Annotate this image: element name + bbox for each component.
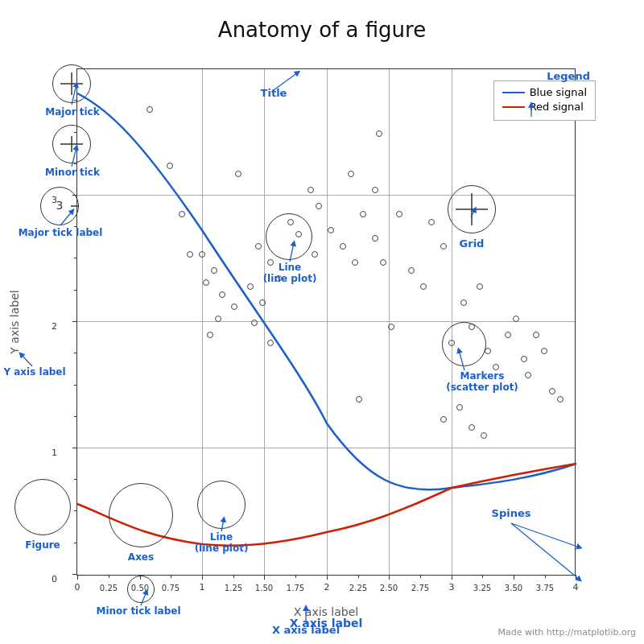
- scatter-dot: [219, 291, 225, 298]
- scatter-dot: [340, 243, 346, 250]
- tick-label-y-1: 1: [52, 448, 57, 458]
- plot-title: Anatomy of a figure: [0, 18, 644, 42]
- scatter-dot: [352, 259, 358, 266]
- made-with-label: Made with http://matplotlib.org: [498, 627, 637, 638]
- scatter-dot: [207, 332, 213, 338]
- svg-line-10: [60, 211, 72, 225]
- scatter-dot: [388, 324, 394, 330]
- major-tick-label-number: 3: [40, 187, 79, 225]
- scatter-dot: [469, 324, 475, 330]
- scatter-dot: [356, 396, 362, 402]
- scatter-dot: [267, 340, 274, 346]
- legend-line-blue: [502, 92, 525, 93]
- scatter-dot: [521, 356, 527, 362]
- tick-label-x-175: 1.75: [287, 584, 304, 592]
- scatter-dot: [428, 219, 435, 225]
- scatter-dot: [372, 187, 378, 193]
- scatter-dot: [235, 171, 242, 177]
- scatter-dot: [541, 348, 547, 354]
- tick-label-x-275: 2.75: [411, 584, 429, 592]
- minor-tick-label-annotation: Minor tick label: [86, 605, 191, 617]
- major-tick-label: Major tick: [44, 106, 101, 118]
- tick-label-y-3: 3: [52, 195, 57, 205]
- major-tick-label-circle: [40, 187, 79, 225]
- scatter-dot: [380, 259, 386, 266]
- scatter-dot: [295, 231, 302, 237]
- tick-label-x-2: 2: [324, 582, 330, 592]
- tick-label-y-2: 2: [52, 321, 57, 332]
- scatter-dot: [448, 340, 455, 346]
- legend-label-blue: Blue signal: [530, 86, 587, 98]
- scatter-dot: [211, 267, 217, 274]
- scatter-dot: [203, 279, 209, 286]
- scatter-dot: [312, 251, 318, 258]
- scatter-dot: [179, 211, 185, 217]
- markers-label: Markers(scatter plot): [442, 370, 522, 393]
- tick-label-x-15: 1.50: [255, 584, 273, 592]
- scatter-dot: [460, 299, 467, 306]
- scatter-dot: [372, 235, 378, 242]
- legend-box: Blue signal Red signal Legend: [493, 80, 596, 121]
- scatter-dot: [316, 203, 322, 209]
- scatter-dot: [440, 243, 447, 250]
- scatter-dot: [247, 283, 254, 290]
- legend-item-blue: Blue signal: [502, 86, 587, 98]
- tick-label-x-3: 3: [449, 582, 455, 592]
- scatter-dot: [505, 332, 511, 338]
- x-axis-label-bottom: X axis label: [225, 624, 386, 636]
- major-tick-label-annotation: Major tick label: [4, 227, 117, 238]
- svg-line-14: [21, 354, 32, 366]
- scatter-dot: [469, 424, 475, 431]
- axes-label: Axes: [109, 551, 173, 563]
- scatter-dot: [420, 283, 427, 290]
- scatter-dot: [360, 211, 366, 217]
- legend-title: Legend: [547, 70, 590, 82]
- tick-label-x-4: 4: [573, 582, 579, 592]
- tick-label-x-0: 0: [75, 582, 80, 592]
- line-plot-label: Line(line plot): [258, 262, 322, 284]
- svg-line-18: [141, 592, 147, 605]
- scatter-dot: [308, 187, 314, 193]
- minor-tick-label: Minor tick: [44, 167, 101, 178]
- scatter-dot: [255, 243, 262, 250]
- scatter-dot: [328, 227, 334, 233]
- scatter-dot: [557, 396, 564, 402]
- tick-label-x-35: 3.50: [505, 584, 522, 592]
- legend-line-red: [502, 106, 525, 108]
- tick-label-x-325: 3.25: [473, 584, 491, 592]
- legend-item-red: Red signal: [502, 101, 587, 113]
- line-plot-label-2: Line(line plot): [189, 531, 254, 554]
- tick-label-x-125: 1.25: [225, 584, 242, 592]
- scatter-dot: [525, 372, 531, 378]
- scatter-dot: [251, 320, 258, 326]
- tick-label-y-0: 0: [52, 574, 57, 584]
- scatter-dot: [348, 171, 354, 177]
- scatter-dot: [215, 316, 221, 322]
- tick-label-x-05: 0.50: [131, 584, 149, 592]
- scatter-dot: [199, 251, 205, 258]
- scatter-dot: [259, 299, 266, 306]
- legend-label-red: Red signal: [530, 101, 584, 113]
- scatter-dot: [481, 432, 487, 439]
- figure-label: Figure: [14, 539, 71, 551]
- grid-label: Grid: [448, 237, 496, 250]
- scatter-dot: [147, 106, 153, 113]
- scatter-dot: [167, 163, 173, 169]
- tick-label-x-375: 3.75: [536, 584, 554, 592]
- scatter-dot: [477, 283, 483, 290]
- spines-label: Spines: [479, 507, 543, 519]
- scatter-dot: [533, 332, 539, 338]
- scatter-dot: [408, 267, 415, 274]
- title-annotation: Title: [242, 87, 306, 99]
- tick-label-x-225: 2.25: [349, 584, 367, 592]
- y-axis-label-annotation: Y axis label: [2, 366, 67, 378]
- scatter-dot: [440, 416, 447, 423]
- tick-label-x-025: 0.25: [100, 584, 118, 592]
- scatter-dot: [231, 303, 237, 310]
- scatter-dot: [485, 348, 491, 354]
- scatter-dot: [493, 364, 499, 370]
- figure: Anatomy of a figure 0 0.25 0.50 0.75 1 1…: [0, 0, 644, 644]
- scatter-dot: [376, 130, 382, 137]
- scatter-dot: [287, 219, 294, 225]
- scatter-dot: [549, 388, 555, 394]
